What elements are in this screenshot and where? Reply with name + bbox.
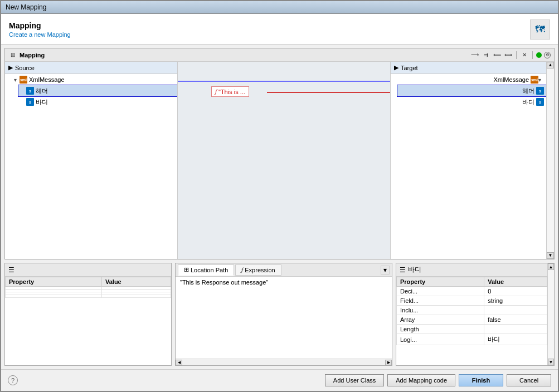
target-label: Target [401,65,418,71]
right-prop-table-container: Property Value Deci...0Field...stringInc… [396,277,547,365]
dialog-header-left: Mapping Create a new Mapping [9,21,71,38]
connector-svg [178,62,390,259]
finish-button[interactable]: Finish [459,374,503,386]
delete-icon[interactable]: ✕ [520,51,529,60]
right-panel-header: ☰ 바디 [396,263,547,277]
dialog-title: Mapping [9,21,71,30]
table-row: Field...string [397,296,547,306]
dialog-subtitle: Create a new Mapping [9,31,71,38]
main-content: ⊞ Mapping ⟶ ⇉ ⟸ ⟺ ✕ ⚙ ▶ Source [1,45,558,369]
scroll-up-btn[interactable]: ▲ [547,62,554,68]
expression-tab-icon: 𝑓 [241,266,243,273]
right-panel-icon: ☰ [400,266,406,274]
mapping-area: ▶ Source ▾ xml XmlMessage s 헤더 [5,62,554,259]
grid-icon: ⊞ [8,51,17,60]
toolbar-separator-2 [532,51,533,59]
table-icon: ☰ [8,266,14,274]
scroll-left-btn[interactable]: ◀ [176,360,182,365]
right-panel-title: 바디 [408,265,421,275]
dialog-header: Mapping Create a new Mapping 🗺 [1,14,558,45]
source-tree-header: ▶ Source [5,62,177,74]
target-body-item[interactable]: 바디 s [397,96,546,107]
target-body-s-icon: s [536,98,544,106]
location-scrollbar: ◀ ▶ [176,359,392,365]
add-mapping-code-button[interactable]: Add Mapping code [387,374,455,386]
canvas-area: 𝑓 "This is ... [178,62,390,259]
header-label: 헤더 [36,87,48,95]
tab-expression[interactable]: 𝑓 Expression [235,264,281,276]
help-icon-label: ? [11,377,14,384]
right-scroll-track [548,270,554,359]
expand-icon: ▾ [14,77,20,83]
expression-tab-label: Expression [245,267,275,273]
dialog-footer: ? Add User Class Add Mapping code Finish… [1,369,558,391]
source-tree-content: ▾ xml XmlMessage s 헤더 s 바디 [5,74,177,107]
footer-left: ? [8,375,18,385]
connect-icon-1[interactable]: ⟶ [470,51,479,60]
connect-icon-2[interactable]: ⇉ [482,51,490,60]
target-tree: ▶ Target XmlMessage xml ▾ 헤더 s [390,62,546,259]
add-user-class-button[interactable]: Add User Class [325,374,384,386]
footer-right: Add User Class Add Mapping code Finish C… [325,374,551,386]
mapping-panel-label: Mapping [20,52,45,58]
right-panel-inner: ☰ 바디 Property Value Deci [396,263,547,365]
body-s-icon: s [26,98,34,106]
right-scroll-up[interactable]: ▲ [548,263,554,270]
connect-icon-3[interactable]: ⟸ [493,51,502,60]
target-tree-content: XmlMessage xml ▾ 헤더 s 바디 s [391,74,546,107]
left-properties-table: Property Value [5,277,171,298]
window-title: New Mapping [6,3,46,11]
mapping-icon: 🗺 [535,24,545,36]
left-prop-table: Property Value [5,277,171,365]
left-properties-header: ☰ [5,263,171,277]
settings-icon[interactable]: ⚙ [544,52,551,58]
scroll-down-btn[interactable]: ▼ [547,252,554,259]
source-label: Source [15,65,35,71]
panel-toolbar: ⊞ Mapping ⟶ ⇉ ⟸ ⟺ ✕ ⚙ [5,48,554,62]
target-header-item[interactable]: 헤더 s [397,85,546,96]
expression-text: "This is ... [218,89,245,95]
table-row [6,295,171,298]
toolbar-separator [516,51,517,59]
table-row: Logi...바디 [397,334,547,345]
right-prop-col2: Value [484,277,547,287]
scroll-track [547,68,554,252]
target-arrow-icon: ▶ [394,64,398,71]
bottom-panels: ☰ Property Value [4,263,555,366]
window-title-bar: New Mapping [1,1,558,14]
left-properties-panel: ☰ Property Value [4,263,172,366]
right-properties-table: Property Value Deci...0Field...stringInc… [396,277,547,345]
expression-node[interactable]: 𝑓 "This is ... [211,86,249,97]
tree-arrow-icon: ▶ [8,64,13,71]
location-panel: ⊞ Location Path 𝑓 Expression ▾ "This is … [175,263,392,366]
cancel-button[interactable]: Cancel [507,374,551,386]
table-row: Deci...0 [397,287,547,296]
tab-dropdown-btn[interactable]: ▾ [381,266,390,275]
dialog-header-icon: 🗺 [530,19,550,40]
new-mapping-dialog: New Mapping Mapping Create a new Mapping… [0,0,559,392]
help-button[interactable]: ? [8,375,18,385]
target-tree-item-xmlmessage[interactable]: XmlMessage xml ▾ [397,74,546,85]
location-value: "This is Response out message" [180,279,268,286]
right-prop-col1: Property [397,277,484,287]
left-prop-col2: Value [102,277,171,287]
location-content: "This is Response out message" [176,277,392,359]
location-tabs: ⊞ Location Path 𝑓 Expression ▾ [176,263,392,277]
target-xmlmessage-label: XmlMessage [493,76,529,83]
right-scroll-down[interactable]: ▼ [548,359,554,365]
scroll-right-btn[interactable]: ▶ [385,360,392,365]
header-s-icon: s [26,87,34,95]
xmlmessage-label: XmlMessage [29,76,65,83]
target-xml-icon: xml [531,76,538,84]
body-label: 바디 [36,98,48,106]
tree-item-body[interactable]: s 바디 [18,96,177,107]
expression-icon: 𝑓 [215,88,217,95]
source-tree: ▶ Source ▾ xml XmlMessage s 헤더 [5,62,178,259]
tree-item-header[interactable]: s 헤더 [18,85,177,96]
tab-location-path[interactable]: ⊞ Location Path [178,264,234,276]
connect-icon-4[interactable]: ⟺ [504,51,513,60]
tree-item-xmlmessage[interactable]: ▾ xml XmlMessage [12,74,177,85]
target-header-s-icon: s [536,87,544,95]
xml-message-icon: xml [20,76,27,84]
left-prop-col1: Property [6,277,102,287]
